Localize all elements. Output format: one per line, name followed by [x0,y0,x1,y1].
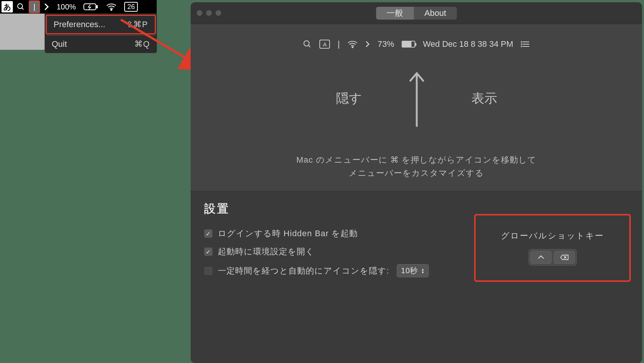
tab-about[interactable]: About [414,7,457,20]
window-fragment [0,14,45,50]
close-icon[interactable] [197,10,202,16]
menubar-dropdown: Preferences... ⇧⌘P Quit ⌘Q [45,14,157,53]
stepper-arrows-icon: ▲▼ [421,268,425,274]
search-icon [303,40,312,49]
separator-icon: | [337,39,340,49]
preferences-window: 一般 About A | 73% Wed Dec 18 8 38 34 PM [191,2,642,363]
battery-percent: 73% [377,39,394,49]
settings-section: 設置 ✓ ログインする時 Hidden Bar を起動 ✓ 起動時に環境設定を開… [191,191,642,363]
datetime-text: Wed Dec 18 8 38 34 PM [423,39,513,49]
menu-shortcut: ⌘Q [134,39,150,49]
menu-label: Preferences... [54,20,105,29]
chevron-right-icon[interactable] [40,0,53,14]
svg-line-7 [308,45,310,47]
battery-percent: 100% [53,0,80,14]
svg-point-8 [352,47,353,48]
svg-point-0 [18,4,23,9]
svg-rect-3 [96,6,97,8]
window-titlebar: 一般 About [191,2,642,24]
global-shortcut-panel: グローバルショットキー [474,214,631,282]
spotlight-icon[interactable] [13,0,29,14]
traffic-lights[interactable] [197,10,221,16]
ime-indicator[interactable]: あ [2,1,13,12]
date-badge[interactable]: 26 [120,0,142,14]
svg-point-14 [521,46,522,47]
wifi-icon [347,40,358,48]
tab-general[interactable]: 一般 [376,7,414,20]
menu-shortcut: ⇧⌘P [126,20,148,29]
system-menubar: あ | 100% 26 [0,0,157,14]
svg-point-12 [521,42,522,42]
list-icon [521,41,530,48]
help-text: Mac のメニューバーに ⌘ を押しながらアイコンを移動して メニューバーをカス… [206,153,627,180]
wifi-icon[interactable] [102,0,120,14]
minimize-icon[interactable] [206,10,212,16]
battery-icon [402,41,415,48]
checkbox-label: 起動時に環境設定を開く [218,246,314,257]
svg-point-6 [304,41,309,46]
menu-label: Quit [52,39,67,49]
up-arrow-icon [407,70,426,127]
checkbox-label: 一定時間を経つと自動的にアイコンを隠す: [218,265,389,277]
checkbox-icon[interactable]: ✓ [204,229,213,238]
hide-show-labels: 隠す 表示 [206,70,627,127]
checkbox-icon[interactable]: ✓ [204,248,213,256]
zoom-icon[interactable] [216,10,221,16]
auto-hide-duration-select[interactable]: 10秒 ▲▼ [397,264,429,277]
select-value: 10秒 [401,266,418,276]
chevron-right-icon [365,41,370,48]
shortcut-title: グローバルショットキー [501,230,604,241]
svg-line-1 [22,8,24,10]
hide-label: 隠す [336,90,362,107]
record-shortcut-button[interactable] [530,251,552,264]
checkbox-label: ログインする時 Hidden Bar を起動 [218,228,358,239]
clear-shortcut-button[interactable] [554,251,575,264]
menu-item-preferences[interactable]: Preferences... ⇧⌘P [46,15,156,34]
menubar-preview: A | 73% Wed Dec 18 8 38 34 PM 隠す 表示 Mac … [191,24,642,191]
tab-switcher: 一般 About [376,7,457,20]
ime-box: A [319,40,330,49]
menu-item-quit[interactable]: Quit ⌘Q [45,35,157,53]
shortcut-recorder [528,249,577,266]
checkbox-icon[interactable] [204,267,213,275]
hidden-bar-separator-icon[interactable]: | [29,0,40,13]
svg-point-4 [111,9,112,11]
svg-point-13 [521,44,522,45]
battery-charging-icon [80,0,102,14]
preview-menubar-row: A | 73% Wed Dec 18 8 38 34 PM [206,39,627,49]
show-label: 表示 [471,90,497,107]
